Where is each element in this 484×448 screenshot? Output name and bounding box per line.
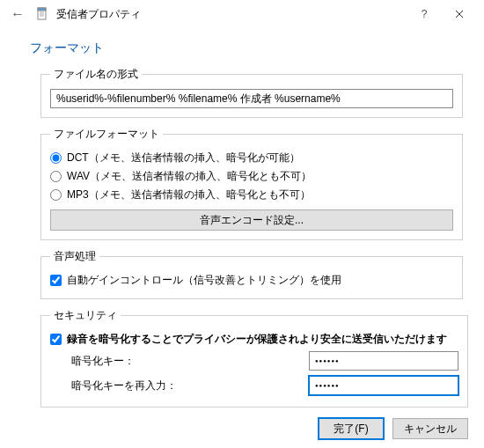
radio-wav[interactable]	[50, 171, 62, 182]
audio-processing-group: 音声処理 自動ゲインコントロール（信号改善とトリミング）を使用	[40, 249, 463, 299]
audio-processing-legend: 音声処理	[50, 249, 99, 264]
radio-dct[interactable]	[50, 152, 62, 164]
section-header: フォーマット	[0, 28, 484, 67]
security-group: セキュリティ 録音を暗号化することでプライバシーが保護されより安全に送受信いただ…	[40, 308, 468, 408]
close-button[interactable]	[442, 2, 477, 26]
filename-format-group: ファイル名の形式	[40, 67, 463, 118]
finish-button[interactable]: 完了(F)	[319, 418, 384, 439]
svg-rect-1	[38, 8, 46, 11]
encrypt-label: 録音を暗号化することでプライバシーが保護されより安全に送受信いただけます	[67, 332, 447, 347]
radio-mp3[interactable]	[50, 189, 62, 201]
radio-mp3-label: MP3（メモ、送信者情報の挿入、暗号化とも不可）	[67, 187, 311, 202]
back-button[interactable]: ←	[7, 6, 28, 22]
security-legend: セキュリティ	[50, 308, 121, 323]
file-format-legend: ファイルフォーマット	[50, 127, 163, 142]
document-icon	[35, 7, 49, 21]
radio-dct-label: DCT（メモ、送信者情報の挿入、暗号化が可能）	[67, 151, 300, 165]
encryption-key-input[interactable]	[309, 351, 458, 371]
help-button[interactable]: ?	[407, 2, 442, 26]
encrypt-checkbox[interactable]	[50, 334, 62, 345]
audio-encode-settings-button[interactable]: 音声エンコード設定...	[50, 209, 453, 231]
encryption-key-confirm-label: 暗号化キーを再入力：	[71, 378, 309, 393]
cancel-button[interactable]: キャンセル	[392, 418, 468, 439]
filename-format-input[interactable]	[50, 89, 453, 108]
encryption-key-confirm-input[interactable]	[309, 376, 458, 395]
agc-label: 自動ゲインコントロール（信号改善とトリミング）を使用	[67, 273, 341, 288]
agc-checkbox[interactable]	[50, 275, 62, 286]
encryption-key-label: 暗号化キー：	[71, 354, 309, 369]
file-format-group: ファイルフォーマット DCT（メモ、送信者情報の挿入、暗号化が可能） WAV（メ…	[40, 127, 463, 240]
window-title: 受信者プロパティ	[56, 7, 141, 22]
radio-wav-label: WAV（メモ、送信者情報の挿入、暗号化とも不可）	[67, 169, 312, 184]
filename-format-legend: ファイル名の形式	[50, 67, 142, 82]
